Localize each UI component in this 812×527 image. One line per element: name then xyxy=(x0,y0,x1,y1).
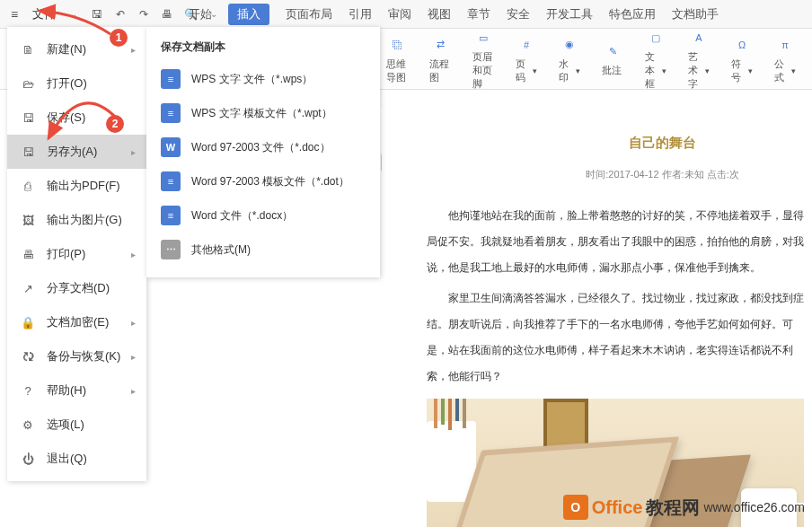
ribbon-icon-6: ▢ xyxy=(645,29,666,48)
document-page: 自己的舞台 时间:2017-04-12 作者:未知 点击:次 他拘谨地站在我的面… xyxy=(382,90,808,527)
ribbon-icon-2: ▭ xyxy=(472,29,494,48)
menu-icon-1: 🗁 xyxy=(18,74,38,93)
print-icon[interactable]: 🖶 xyxy=(156,4,178,25)
tab-10[interactable]: 文档助手 xyxy=(672,6,719,22)
file-type-icon: ≡ xyxy=(161,103,181,123)
ribbon-8[interactable]: Ω符号▾ xyxy=(731,34,753,84)
hamburger-icon[interactable]: ≡ xyxy=(4,4,25,25)
chevron-down-icon[interactable]: ⌄ xyxy=(63,4,84,25)
chevron-right-icon: ▸ xyxy=(131,250,136,259)
submenu-item-3[interactable]: ≡Word 97-2003 模板文件（*.dot） xyxy=(146,164,380,198)
watermark-icon: O xyxy=(563,495,588,520)
menu-icon-0: 🗎 xyxy=(18,40,38,59)
chevron-right-icon: ▸ xyxy=(131,352,136,362)
menu-item-8[interactable]: 🔒文档加密(E)▸ xyxy=(7,305,146,339)
paragraph: 家里卫生间滴滴答答漏水，已经很久了。找过物业，找过家政，都没找到症结。朋友听说后… xyxy=(427,285,808,389)
file-type-icon: ≡ xyxy=(161,171,181,191)
menu-item-4[interactable]: ⎙输出为PDF(F) xyxy=(7,169,146,203)
ribbon-3[interactable]: #页码▾ xyxy=(516,34,537,84)
tab-7[interactable]: 安全 xyxy=(507,6,530,22)
chevron-right-icon: ▸ xyxy=(131,45,136,55)
file-type-icon: ⋯ xyxy=(161,240,181,259)
ribbon-icon-8: Ω xyxy=(731,34,753,56)
ribbon-icon-5: ✎ xyxy=(602,40,623,62)
menu-icon-12: ⏻ xyxy=(18,449,38,469)
save-as-submenu: 保存文档副本 ≡WPS 文字 文件（*.wps）≡WPS 文字 模板文件（*.w… xyxy=(146,27,380,277)
menu-item-7[interactable]: ↗分享文档(D) xyxy=(7,271,146,305)
menu-item-3[interactable]: 🖫另存为(A)▸ xyxy=(7,135,146,169)
watermark: O Office 教程网 www.office26.com xyxy=(563,495,805,520)
tab-6[interactable]: 章节 xyxy=(467,6,490,22)
ribbon-5[interactable]: ✎批注 xyxy=(602,40,623,77)
chevron-right-icon: ▸ xyxy=(131,147,136,157)
submenu-title: 保存文档副本 xyxy=(146,34,380,62)
chevron-right-icon: ▸ xyxy=(131,386,136,396)
menu-icon-10: ? xyxy=(18,381,38,400)
paragraph: 他拘谨地站在我的面前，脸上带着憨憨的讨好的笑，不停地搓着双手，显得局促不安。我就… xyxy=(427,203,808,280)
menu-item-2[interactable]: 🖫保存(S) xyxy=(7,101,146,135)
chevron-right-icon: ▸ xyxy=(131,318,136,328)
undo-icon[interactable]: ↶ xyxy=(110,4,131,25)
submenu-item-5[interactable]: ⋯其他格式(M) xyxy=(146,233,380,267)
document-title: 自己的舞台 xyxy=(516,135,808,152)
menu-item-12[interactable]: ⏻退出(Q) xyxy=(7,442,146,476)
file-menu-button[interactable]: 文件 xyxy=(27,4,61,25)
tab-4[interactable]: 审阅 xyxy=(388,6,411,22)
file-menu: 🗎新建(N)▸🗁打开(O)🖫保存(S)🖫另存为(A)▸⎙输出为PDF(F)🖼输出… xyxy=(7,27,146,481)
tab-9[interactable]: 特色应用 xyxy=(609,6,656,22)
ribbon-9[interactable]: π公式▾ xyxy=(774,34,796,84)
document-meta: 时间:2017-04-12 作者:未知 点击:次 xyxy=(516,168,808,181)
ribbon-icon-9: π xyxy=(774,34,796,56)
submenu-item-0[interactable]: ≡WPS 文字 文件（*.wps） xyxy=(146,62,380,96)
menu-icon-7: ↗ xyxy=(18,278,38,298)
watermark-suffix1: 教程网 xyxy=(646,496,700,520)
document-body: 他拘谨地站在我的面前，脸上带着憨憨的讨好的笑，不停地搓着双手，显得局促不安。我就… xyxy=(427,203,808,390)
menu-item-9[interactable]: 🗘备份与恢复(K)▸ xyxy=(7,339,146,373)
file-type-icon: W xyxy=(161,137,181,157)
tab-2[interactable]: 页面布局 xyxy=(286,6,332,22)
save-icon[interactable]: 🖫 xyxy=(86,4,108,25)
tab-8[interactable]: 开发工具 xyxy=(546,6,593,22)
menu-item-5[interactable]: 🖼输出为图片(G) xyxy=(7,203,146,237)
file-type-icon: ≡ xyxy=(161,206,181,225)
ribbon-7[interactable]: A艺术字▾ xyxy=(688,29,710,90)
submenu-item-2[interactable]: WWord 97-2003 文件（*.doc） xyxy=(146,130,380,164)
watermark-brand: Office xyxy=(592,497,643,518)
ribbon-4[interactable]: ◉水印▾ xyxy=(559,34,580,84)
ribbon-2[interactable]: ▭页眉和页脚 xyxy=(472,29,494,90)
menu-item-10[interactable]: ?帮助(H)▸ xyxy=(7,373,146,408)
menu-icon-9: 🗘 xyxy=(18,347,38,366)
menu-icon-3: 🖫 xyxy=(18,142,38,162)
ribbon-icon-7: A xyxy=(688,29,710,48)
ribbon-icon-0: ⿻ xyxy=(386,34,408,56)
ribbon-1[interactable]: ⇄流程图 xyxy=(429,34,451,84)
file-type-icon: ≡ xyxy=(161,69,181,89)
ribbon-0[interactable]: ⿻思维导图 xyxy=(386,34,408,84)
redo-icon[interactable]: ↷ xyxy=(133,4,154,25)
menu-icon-4: ⎙ xyxy=(18,176,38,196)
tab-3[interactable]: 引用 xyxy=(349,6,372,22)
ribbon-icon-1: ⇄ xyxy=(429,34,451,56)
menu-icon-8: 🔒 xyxy=(18,312,38,332)
ribbon-icon-3: # xyxy=(516,34,537,56)
menu-item-6[interactable]: 🖶打印(P)▸ xyxy=(7,237,146,271)
menu-item-11[interactable]: ⚙选项(L) xyxy=(7,408,146,442)
submenu-item-1[interactable]: ≡WPS 文字 模板文件（*.wpt） xyxy=(146,96,380,130)
ribbon-icon-4: ◉ xyxy=(559,34,580,56)
submenu-item-4[interactable]: ≡Word 文件（*.docx） xyxy=(146,198,380,233)
menu-icon-11: ⚙ xyxy=(18,415,38,435)
tab-1[interactable]: 插入 xyxy=(228,4,269,25)
annotation-badge-2: 2 xyxy=(106,115,124,133)
tab-0[interactable]: 开始 xyxy=(189,6,212,22)
menu-icon-6: 🖶 xyxy=(18,244,38,264)
annotation-badge-1: 1 xyxy=(110,29,128,47)
menu-icon-5: 🖼 xyxy=(18,210,38,230)
menu-item-1[interactable]: 🗁打开(O) xyxy=(7,66,146,101)
tab-5[interactable]: 视图 xyxy=(428,6,451,22)
watermark-url: www.office26.com xyxy=(703,500,805,514)
ribbon-6[interactable]: ▢文本框▾ xyxy=(645,29,666,90)
menu-icon-2: 🖫 xyxy=(18,108,38,127)
